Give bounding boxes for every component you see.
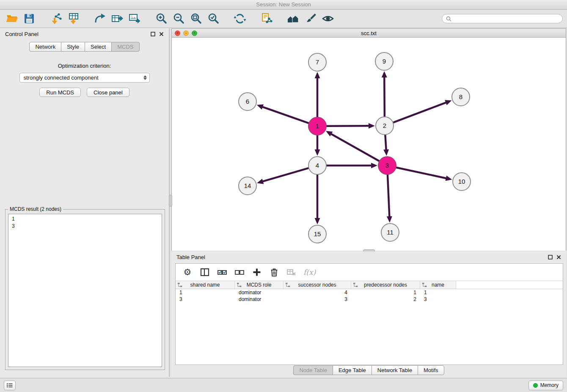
graph-node-label: 2 xyxy=(383,122,386,129)
tab-motifs[interactable]: Motifs xyxy=(418,365,444,375)
close-panel-button[interactable]: Close panel xyxy=(87,88,129,97)
table-cell: 1 xyxy=(420,289,456,296)
run-mcds-button[interactable]: Run MCDS xyxy=(39,88,81,97)
zoom-fit-button[interactable] xyxy=(188,11,204,26)
graph-node-10[interactable]: 10 xyxy=(453,173,471,190)
save-session-button[interactable] xyxy=(22,11,37,26)
tab-style[interactable]: Style xyxy=(61,42,85,52)
tab-select[interactable]: Select xyxy=(85,42,112,52)
zoom-fit-icon xyxy=(190,12,202,25)
table-row[interactable]: 1dominator411 xyxy=(176,289,563,296)
graph-node-label: 8 xyxy=(459,93,462,100)
graph-edge-3-10[interactable] xyxy=(396,167,452,181)
open-session-button[interactable] xyxy=(4,11,19,26)
column-header-shared-name[interactable]: shared name xyxy=(176,281,235,289)
graph-edge-4-14[interactable] xyxy=(257,168,309,184)
close-table-panel-icon[interactable] xyxy=(556,255,561,259)
graph-edge-1-2[interactable] xyxy=(326,123,375,129)
table-cell: 1 xyxy=(351,289,420,296)
network-canvas[interactable]: 7968124314101511 xyxy=(172,38,566,251)
zoom-in-button[interactable] xyxy=(154,11,169,26)
graph-edge-4-15[interactable] xyxy=(315,174,320,224)
column-header-MCDS-role[interactable]: MCDS role xyxy=(235,281,284,289)
graph-edge-3-1[interactable] xyxy=(326,131,380,161)
show-hide-button[interactable] xyxy=(320,11,336,26)
graph-node-15[interactable]: 15 xyxy=(308,225,326,243)
graph-node-14[interactable]: 14 xyxy=(239,177,256,195)
tab-mcds[interactable]: MCDS xyxy=(111,42,139,52)
export-image-button[interactable] xyxy=(127,11,142,26)
search-box[interactable] xyxy=(442,14,563,23)
optimization-selected-value: strongly connected component xyxy=(24,75,99,81)
graph-node-7[interactable]: 7 xyxy=(308,53,326,71)
graph-edge-1-6[interactable] xyxy=(257,104,309,123)
column-header-successor-nodes[interactable]: successor nodes xyxy=(284,281,351,289)
graph-node-6[interactable]: 6 xyxy=(239,93,256,110)
export-table-icon xyxy=(111,12,124,25)
optimization-select[interactable]: strongly connected component xyxy=(19,73,150,83)
tab-network-table[interactable]: Network Table xyxy=(372,365,418,375)
graph-edge-2-9[interactable] xyxy=(382,71,387,117)
zoom-out-button[interactable] xyxy=(171,11,186,26)
control-panel-header: Control Panel xyxy=(0,28,169,39)
unselect-all-columns-button[interactable] xyxy=(234,267,245,278)
delete-table-icon xyxy=(286,267,297,277)
graph-node-label: 6 xyxy=(246,98,249,105)
close-window-icon[interactable]: × xyxy=(175,30,180,36)
graph-node-4[interactable]: 4 xyxy=(308,157,326,174)
clone-network-button[interactable] xyxy=(259,11,274,26)
export-network-button[interactable] xyxy=(92,11,107,26)
network-window-titlebar[interactable]: × − + scc.txt xyxy=(172,29,566,38)
mcds-result-box: MCDS result (2 nodes) 13 xyxy=(5,209,165,370)
vertical-splitter-grip[interactable] xyxy=(169,195,172,207)
select-arrows-icon xyxy=(143,75,147,80)
mcds-result-list[interactable]: 13 xyxy=(8,214,162,367)
close-panel-icon[interactable] xyxy=(159,32,164,36)
tab-network[interactable]: Network xyxy=(29,42,61,52)
minimize-window-icon[interactable]: − xyxy=(183,30,189,36)
graph-edge-1-7[interactable] xyxy=(315,72,320,117)
window-titlebar[interactable]: Session: New Session xyxy=(0,0,567,10)
graph-node-8[interactable]: 8 xyxy=(452,88,470,106)
maximize-window-icon[interactable]: + xyxy=(192,30,197,36)
window-title: Session: New Session xyxy=(256,1,311,8)
tab-node-table[interactable]: Node Table xyxy=(293,365,333,375)
select-all-columns-button[interactable] xyxy=(217,267,228,278)
import-network-button[interactable] xyxy=(48,11,63,26)
zoom-in-icon xyxy=(155,12,168,25)
memory-button[interactable]: Memory xyxy=(528,381,563,390)
graph-node-label: 15 xyxy=(314,230,321,237)
graph-node-1[interactable]: 1 xyxy=(308,117,326,135)
table-settings-button[interactable]: ⚙ xyxy=(182,267,193,278)
graph-node-2[interactable]: 2 xyxy=(376,117,394,135)
column-tree-icon xyxy=(422,282,427,287)
columns-icon xyxy=(200,267,210,277)
search-input[interactable] xyxy=(454,15,559,22)
float-table-panel-icon[interactable] xyxy=(548,255,553,259)
graph-edge-1-4[interactable] xyxy=(315,135,320,156)
table-row[interactable]: 3dominator323 xyxy=(176,296,563,303)
refresh-button[interactable] xyxy=(232,11,248,26)
tab-edge-table[interactable]: Edge Table xyxy=(333,365,372,375)
task-history-button[interactable] xyxy=(4,381,16,390)
delete-column-button[interactable] xyxy=(269,267,280,278)
export-table-button[interactable] xyxy=(110,11,125,26)
graph-node-9[interactable]: 9 xyxy=(375,52,393,70)
float-panel-icon[interactable] xyxy=(151,32,155,36)
graph-edge-4-3[interactable] xyxy=(326,163,377,168)
graph-edge-2-3[interactable] xyxy=(383,135,389,156)
graph-edge-2-8[interactable] xyxy=(393,100,452,122)
graph-node-11[interactable]: 11 xyxy=(381,224,399,241)
column-header-predecessor-nodes[interactable]: predecessor nodes xyxy=(351,281,420,289)
import-table-button[interactable] xyxy=(66,11,81,26)
graph-node-label: 9 xyxy=(383,58,386,65)
graph-edge-3-11[interactable] xyxy=(387,174,392,223)
houses-button[interactable] xyxy=(286,11,301,26)
create-column-button[interactable] xyxy=(251,267,262,278)
show-columns-button[interactable] xyxy=(199,267,210,278)
table-body: 1dominator4113dominator323 xyxy=(176,289,563,303)
column-header-name[interactable]: name xyxy=(420,281,456,289)
paintbrush-button[interactable] xyxy=(303,11,318,26)
zoom-selected-button[interactable] xyxy=(206,11,221,26)
graph-node-3[interactable]: 3 xyxy=(378,157,396,174)
